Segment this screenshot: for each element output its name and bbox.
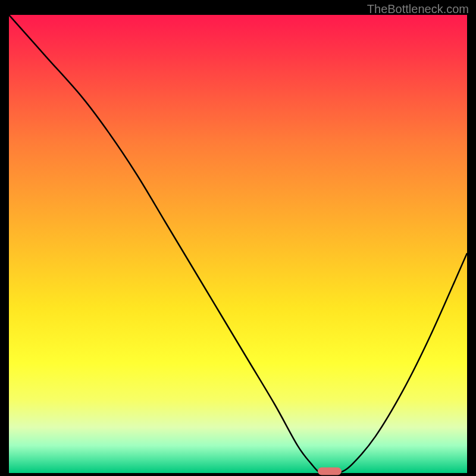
plot-frame bbox=[9, 15, 467, 473]
bottleneck-curve bbox=[9, 15, 467, 473]
optimal-marker bbox=[318, 468, 342, 475]
plot-area bbox=[9, 15, 467, 473]
curve-path bbox=[9, 15, 467, 473]
watermark-text: TheBottleneck.com bbox=[367, 2, 469, 16]
